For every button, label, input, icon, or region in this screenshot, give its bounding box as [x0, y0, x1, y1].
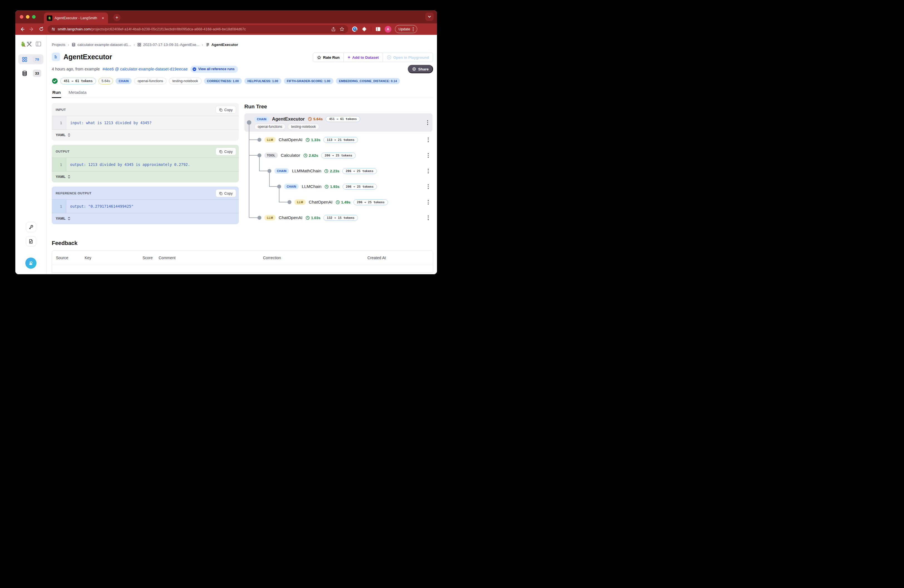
fifth-grader-score-badge[interactable]: FIFTH-GRADER-SCORE: 1.00 — [284, 78, 333, 84]
tab-run[interactable]: Run — [52, 90, 61, 98]
browser-sidebar-icon[interactable] — [375, 26, 381, 32]
support-chat-button[interactable] — [25, 258, 36, 269]
browser-tab[interactable]: AgentExecutor - LangSmith × — [44, 13, 108, 24]
run-tree-pane: Run Tree — [244, 103, 433, 234]
node-name: ChatOpenAI — [278, 215, 302, 220]
format-select-label[interactable]: YAML — [56, 175, 66, 179]
url-bar[interactable]: smith.langchain.com/projects/p/c62408ef-… — [47, 25, 348, 33]
output-code: output: 1213 divided by 4345 is approxim… — [66, 158, 194, 171]
toolbar-right-cluster: A Update — [351, 25, 417, 33]
node-menu-icon[interactable] — [427, 199, 430, 206]
traffic-lights — [20, 15, 36, 19]
view-reference-runs-button[interactable]: View all reference runs — [190, 66, 238, 73]
copy-reference-button[interactable]: Copy — [216, 189, 236, 197]
select-chevrons-icon[interactable] — [68, 133, 70, 137]
breadcrumb-separator: › — [68, 43, 69, 47]
select-chevrons-icon[interactable] — [68, 175, 70, 179]
tag-badge[interactable]: openai-functions — [134, 77, 166, 84]
add-to-dataset-button[interactable]: + Add to Dataset — [344, 53, 383, 62]
input-card: INPUT Copy 1 input: what is 1213 divided… — [52, 103, 239, 141]
langsmith-favicon-icon — [47, 15, 52, 21]
collapse-sidebar-icon[interactable] — [36, 41, 41, 47]
browser-window: AgentExecutor - LangSmith × + — [15, 10, 437, 274]
embedding-distance-badge[interactable]: EMBEDDING_COSINE_DISTANCE: 0.14 — [336, 78, 400, 84]
copy-input-button[interactable]: Copy — [216, 106, 236, 114]
helpfulness-badge[interactable]: HELPFULNESS: 1.00 — [244, 78, 281, 84]
reload-icon[interactable] — [38, 26, 44, 32]
example-link[interactable]: #4ee6 @ calculator-example-dataset-d19ee… — [103, 67, 188, 71]
node-type-pill: LLM — [294, 199, 306, 205]
url-path: /projects/p/c62408ef-a14f-4ba8-b238-05c2… — [91, 27, 246, 31]
plus-icon: + — [348, 55, 350, 60]
breadcrumb-session[interactable]: 2023-07-17-13-09-31-AgentExe... — [137, 43, 199, 47]
chevron-circle-icon — [192, 67, 196, 71]
tab-close-icon[interactable]: × — [101, 16, 105, 21]
tree-node[interactable]: CHAIN LLMChain 1.93s 206 → 25 tokens — [244, 179, 433, 194]
open-in-playground-button[interactable]: Open in Playground — [383, 53, 433, 62]
langsmith-logo-icon — [21, 41, 32, 47]
share-button[interactable]: Share — [408, 65, 433, 73]
node-name: LLMChain — [302, 184, 321, 189]
url-text[interactable]: smith.langchain.com/projects/p/c62408ef-… — [58, 27, 246, 31]
api-keys-button[interactable] — [26, 222, 36, 232]
tag-badge[interactable]: testing-notebook — [169, 77, 201, 84]
new-tab-button[interactable]: + — [113, 14, 120, 21]
zoom-window-button[interactable] — [32, 15, 36, 19]
node-menu-icon[interactable] — [427, 152, 430, 159]
forward-icon[interactable] — [28, 26, 35, 32]
screen: AgentExecutor - LangSmith × + — [0, 0, 452, 294]
node-menu-icon[interactable] — [427, 168, 430, 175]
back-icon[interactable] — [19, 26, 25, 32]
sidebar-item-projects[interactable]: 79 — [18, 54, 43, 64]
minimize-window-button[interactable] — [26, 15, 30, 19]
tree-node[interactable]: LLM ChatOpenAI 1.03s 132 → 15 tokens — [244, 210, 433, 226]
breadcrumb-dataset[interactable]: calculator-example-dataset-d1... — [71, 43, 131, 47]
tree-node[interactable]: LLM ChatOpenAI 1.49s 206 → 25 tokens — [244, 194, 433, 210]
feedback-table: Source Key Score Comment Correction Crea… — [52, 250, 433, 273]
tab-metadata[interactable]: Metadata — [68, 90, 87, 98]
node-tokens-pill: 206 → 25 tokens — [354, 199, 388, 205]
tab-search-chevron-icon[interactable] — [425, 13, 434, 21]
site-settings-icon[interactable] — [51, 27, 55, 32]
select-chevrons-icon[interactable] — [68, 217, 70, 220]
node-name: LLMMathChain — [292, 168, 321, 174]
node-menu-icon[interactable] — [427, 183, 430, 190]
session-grid-icon — [137, 43, 141, 47]
breadcrumb-projects[interactable]: Projects — [52, 43, 65, 47]
run-type-icon — [52, 53, 60, 61]
format-select-label[interactable]: YAML — [56, 133, 66, 137]
input-label: INPUT — [56, 108, 66, 111]
clock-icon — [308, 117, 312, 121]
correctness-badge[interactable]: CORRECTNESS: 1.00 — [204, 78, 242, 84]
extensions-puzzle-icon[interactable] — [361, 26, 367, 32]
password-manager-icon[interactable] — [351, 26, 358, 32]
node-tokens-pill: 206 → 25 tokens — [342, 168, 376, 174]
node-latency: 1.93s — [330, 185, 340, 189]
format-select-label[interactable]: YAML — [56, 217, 66, 220]
bookmark-star-icon[interactable] — [339, 26, 345, 32]
node-menu-icon[interactable] — [427, 214, 430, 221]
rate-run-button[interactable]: Rate Run — [313, 53, 344, 62]
tree-node[interactable]: TOOL Calculator 2.62s 206 → 25 tokens — [244, 147, 433, 163]
browser-update-button[interactable]: Update — [395, 25, 417, 33]
run-stats-row: 451 → 61 tokens 5.64s CHAIN openai-funct… — [52, 77, 433, 84]
copy-output-button[interactable]: Copy — [216, 147, 236, 155]
node-menu-icon[interactable] — [427, 136, 430, 143]
tree-node[interactable]: LLM ChatOpenAI 1.33s 113 → 21 tokens — [244, 132, 433, 147]
toolbar-divider — [371, 27, 371, 32]
node-type-pill: LLM — [264, 137, 275, 142]
column-comment: Comment — [158, 256, 262, 260]
share-page-icon[interactable] — [330, 26, 337, 32]
run-type-badge: CHAIN — [115, 78, 132, 84]
tree-node[interactable]: CHAIN LLMMathChain 2.23s 206 → 25 tokens — [244, 163, 433, 179]
close-window-button[interactable] — [20, 15, 24, 19]
tree-node-root[interactable]: CHAIN AgentExecutor 5.64s 451 → 61 token… — [244, 113, 433, 132]
breadcrumb-run[interactable]: AgentExecutor — [206, 43, 238, 47]
docs-button[interactable] — [26, 236, 36, 247]
browser-menu-icon[interactable] — [413, 27, 414, 31]
node-latency: 1.49s — [341, 200, 351, 204]
node-menu-icon[interactable] — [426, 119, 430, 126]
run-tree-title: Run Tree — [244, 104, 433, 110]
browser-profile-avatar[interactable]: A — [385, 26, 391, 33]
sidebar-item-datasets[interactable]: 33 — [18, 68, 43, 78]
